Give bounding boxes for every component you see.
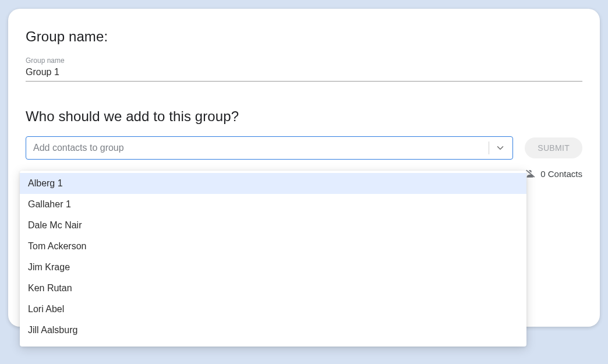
group-name-field: Group name <box>26 59 582 82</box>
dropdown-option[interactable]: Sherry Ackerman <box>20 341 526 347</box>
contacts-select-placeholder: Add contacts to group <box>33 143 486 153</box>
contacts-dropdown: Alberg 1Gallaher 1Dale Mc NairTom Ackers… <box>20 171 526 347</box>
group-name-heading: Group name: <box>26 29 582 45</box>
dropdown-option[interactable]: Jim Krage <box>20 257 526 278</box>
chevron-down-icon[interactable] <box>495 143 506 153</box>
group-name-input[interactable] <box>26 59 582 82</box>
dropdown-option[interactable]: Alberg 1 <box>20 173 526 194</box>
contacts-count: 0 Contacts <box>540 169 582 179</box>
select-row: Add contacts to group SUBMIT <box>26 136 582 160</box>
dropdown-option[interactable]: Lori Abel <box>20 299 526 320</box>
add-contacts-heading: Who should we add to this group? <box>26 108 582 125</box>
submit-button[interactable]: SUBMIT <box>525 137 582 158</box>
dropdown-option[interactable]: Ken Rutan <box>20 278 526 299</box>
select-divider <box>489 142 489 154</box>
dropdown-option[interactable]: Gallaher 1 <box>20 194 526 215</box>
contacts-select[interactable]: Add contacts to group <box>26 136 513 160</box>
group-name-label: Group name <box>26 56 65 65</box>
dropdown-option[interactable]: Dale Mc Nair <box>20 215 526 236</box>
dropdown-option[interactable]: Tom Ackerson <box>20 236 526 257</box>
contacts-dropdown-list[interactable]: Alberg 1Gallaher 1Dale Mc NairTom Ackers… <box>20 171 526 347</box>
stage: Group name: Group name Who should we add… <box>0 0 608 364</box>
dropdown-option[interactable]: Jill Aalsburg <box>20 320 526 341</box>
